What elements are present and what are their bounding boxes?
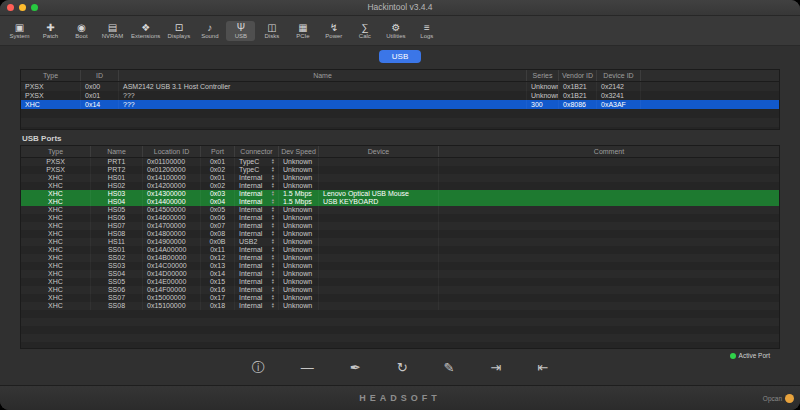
connector-stepper[interactable]: ▴▾ [272, 207, 274, 212]
connector-stepper[interactable]: ▴▾ [272, 279, 274, 284]
toolbar-item-patch[interactable]: ✚Patch [36, 21, 65, 41]
connector-stepper[interactable]: ▴▾ [272, 167, 274, 172]
cell-location_id: 0x14900000 [143, 238, 201, 246]
toolbar-item-disks[interactable]: ◫Disks [257, 21, 286, 41]
edit-button[interactable]: ✎ [444, 361, 455, 374]
connector-stepper[interactable]: ▴▾ [272, 255, 274, 260]
connector-stepper[interactable]: ▴▾ [272, 199, 274, 204]
remove-button[interactable]: — [301, 361, 314, 374]
cell-dev_speed: Unknown [279, 286, 319, 294]
port-row[interactable]: PXSXPRT20x012000000x02TypeC▴▾Unknown [21, 166, 779, 174]
port-row[interactable]: XHCSS030x14C000000x13Internal▴▾Unknown [21, 262, 779, 270]
port-row[interactable]: XHCHS010x141000000x01Internal▴▾Unknown [21, 174, 779, 182]
port-row[interactable]: XHCSS020x14B000000x12Internal▴▾Unknown [21, 254, 779, 262]
connector-stepper[interactable]: ▴▾ [272, 215, 274, 220]
port-row[interactable]: XHCHS060x146000000x06Internal▴▾Unknown [21, 214, 779, 222]
column-header[interactable]: Device [319, 146, 439, 157]
port-row[interactable]: XHCHS020x142000000x02Internal▴▾Unknown [21, 182, 779, 190]
connector-value: Internal [239, 230, 262, 238]
column-header[interactable]: Comment [439, 146, 779, 157]
info-button[interactable]: ⓘ [252, 361, 265, 374]
connector-stepper[interactable]: ▴▾ [272, 223, 274, 228]
port-row[interactable]: XHCHS110x149000000x0BUSB2▴▾Unknown [21, 238, 779, 246]
refresh-button[interactable]: ↻ [397, 361, 408, 374]
cell-location_id: 0x14400000 [143, 198, 201, 206]
column-header[interactable]: Name [119, 70, 527, 81]
port-row[interactable]: XHCHS050x145000000x05Internal▴▾Unknown [21, 206, 779, 214]
cell-comment [439, 270, 779, 278]
connector-stepper[interactable]: ▴▾ [272, 303, 274, 308]
toolbar-item-nvram[interactable]: ▤NVRAM [98, 21, 127, 41]
column-header[interactable]: Port [201, 146, 235, 157]
connector-stepper[interactable]: ▴▾ [272, 271, 274, 276]
toolbar-item-utilities[interactable]: ⚙Utilities [381, 21, 410, 41]
connector-stepper[interactable]: ▴▾ [272, 231, 274, 236]
toolbar-item-extensions[interactable]: ❖Extensions [129, 21, 162, 41]
column-header[interactable]: Type [21, 70, 81, 81]
close-window-button[interactable] [7, 4, 14, 11]
cell-comment [439, 246, 779, 254]
port-row[interactable]: PXSXPRT10x011000000x01TypeC▴▾Unknown [21, 158, 779, 166]
cell-location_id: 0x14800000 [143, 230, 201, 238]
controller-row[interactable]: XHC0x14???3000x80860xA3AF [21, 100, 779, 109]
cell-port: 0x04 [201, 198, 235, 206]
tab-usb[interactable]: USB [379, 50, 421, 63]
port-row[interactable]: XHCHS040x144000000x04Internal▴▾1.5 MbpsU… [21, 198, 779, 206]
connector-stepper[interactable]: ▴▾ [272, 287, 274, 292]
toolbar-item-calc[interactable]: ∑Calc [350, 21, 379, 41]
column-header[interactable]: Device ID [597, 70, 641, 81]
export-button[interactable]: ⇥ [490, 361, 501, 374]
cell-connector: Internal▴▾ [235, 206, 279, 214]
toolbar-item-sound[interactable]: ♪Sound [195, 21, 224, 41]
toolbar-item-label: Power [325, 33, 342, 40]
port-row[interactable]: XHCSS050x14E000000x15Internal▴▾Unknown [21, 278, 779, 286]
toolbar-item-boot[interactable]: ◉Boot [67, 21, 96, 41]
column-header[interactable]: Connector [235, 146, 279, 157]
controller-row[interactable]: PXSX0x00ASM2142 USB 3.1 Host ControllerU… [21, 82, 779, 91]
toolbar-item-usb[interactable]: ΨUSB [226, 21, 255, 41]
port-row[interactable]: XHCHS030x143000000x03Internal▴▾1.5 MbpsL… [21, 190, 779, 198]
connector-stepper[interactable]: ▴▾ [272, 175, 274, 180]
cell-port: 0x16 [201, 286, 235, 294]
usb-icon: Ψ [237, 22, 245, 33]
column-header[interactable]: ID [81, 70, 119, 81]
cell-filler [641, 82, 779, 91]
port-row[interactable]: XHCSS070x150000000x17Internal▴▾Unknown [21, 294, 779, 302]
column-header[interactable]: Name [91, 146, 143, 157]
toolbar-item-displays[interactable]: ⊡Displays [164, 21, 193, 41]
port-row[interactable]: XHCHS070x147000000x07Internal▴▾Unknown [21, 222, 779, 230]
connector-stepper[interactable]: ▴▾ [272, 295, 274, 300]
zoom-window-button[interactable] [31, 4, 38, 11]
column-header[interactable]: Series [527, 70, 559, 81]
port-row[interactable]: XHCSS010x14A000000x11Internal▴▾Unknown [21, 246, 779, 254]
controller-row[interactable]: PXSX0x01???Unknown0x1B210x3241 [21, 91, 779, 100]
toolbar-item-logs[interactable]: ≡Logs [412, 21, 441, 41]
column-header[interactable]: Type [21, 146, 91, 157]
column-header[interactable]: Vendor ID [559, 70, 597, 81]
connector-stepper[interactable]: ▴▾ [272, 183, 274, 188]
connector-stepper[interactable]: ▴▾ [272, 263, 274, 268]
column-header[interactable]: Location ID [143, 146, 201, 157]
connector-stepper[interactable]: ▴▾ [272, 159, 274, 164]
cell-name: SS07 [91, 294, 143, 302]
cell-name: HS04 [91, 198, 143, 206]
cell-type: XHC [21, 174, 91, 182]
connector-stepper[interactable]: ▴▾ [272, 239, 274, 244]
connector-stepper[interactable]: ▴▾ [272, 247, 274, 252]
toolbar-item-pcie[interactable]: ▦PCIe [288, 21, 317, 41]
port-row[interactable]: XHCSS060x14F000000x16Internal▴▾Unknown [21, 286, 779, 294]
clean-button[interactable]: ✒ [350, 361, 361, 374]
window-title: Hackintool v3.4.4 [0, 0, 800, 15]
port-row[interactable]: XHCHS080x148000000x08Internal▴▾Unknown [21, 230, 779, 238]
column-header[interactable]: Dev Speed [279, 146, 319, 157]
footer-right-group: Opcan [763, 386, 794, 410]
cell-type: XHC [21, 182, 91, 190]
connector-stepper[interactable]: ▴▾ [272, 191, 274, 196]
toolbar-item-power[interactable]: ↯Power [319, 21, 348, 41]
minimize-window-button[interactable] [19, 4, 26, 11]
import-button[interactable]: ⇤ [537, 361, 548, 374]
toolbar-item-system[interactable]: ▣System [5, 21, 34, 41]
port-row[interactable]: XHCSS040x14D000000x14Internal▴▾Unknown [21, 270, 779, 278]
cell-dev_speed: Unknown [279, 270, 319, 278]
port-row[interactable]: XHCSS080x151000000x18Internal▴▾Unknown [21, 302, 779, 310]
